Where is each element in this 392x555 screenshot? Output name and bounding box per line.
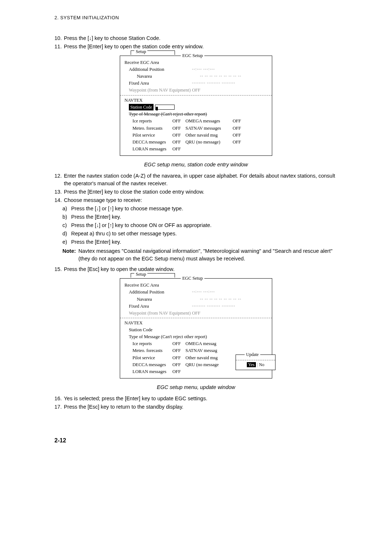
update-title: Update	[245, 352, 260, 358]
msg-meteo: Meteo. forecasts	[132, 347, 172, 354]
msg-decca: DECCA messages	[132, 361, 172, 368]
sub-text: Press the [Enter] key.	[71, 213, 338, 221]
msg-pilot: Pilot service	[132, 132, 172, 138]
note-text: Navtex messages "Coastal navigational in…	[78, 247, 338, 263]
label-navtex: NAVTEX	[124, 320, 143, 326]
msg-satnav-state: OFF	[233, 125, 247, 131]
step-14: 14. Choose message type to receive:	[54, 197, 338, 204]
sub-text: Repeat a) thru c) to set other message t…	[71, 230, 338, 238]
update-no[interactable]: No	[259, 362, 265, 367]
msg-ice: Ice reports	[132, 118, 172, 124]
label-waypoint: Waypoint (from NAV Equipment)	[124, 310, 192, 316]
step-list: 10. Press the [↓] key to choose Station …	[54, 35, 338, 411]
msg-decca-state: OFF	[172, 139, 185, 145]
value-fixed-area: -------- -------- --------	[192, 80, 235, 86]
step-16: 16. Yes is selected; press the [Enter] k…	[54, 395, 338, 402]
msg-satnav: SATNAV messages	[185, 125, 233, 131]
step-13: 13. Press the [Enter] key to close the s…	[54, 188, 338, 196]
station-code-label-selected[interactable]: Station Code	[129, 104, 154, 111]
step-number: 13.	[54, 188, 64, 196]
msg-loran: LORAN messages	[132, 368, 172, 375]
station-code-label: Station Code	[129, 327, 152, 333]
page-number: 2-12	[54, 436, 338, 445]
msg-meteo-state: OFF	[172, 347, 185, 354]
sub-label: a)	[62, 205, 71, 212]
msg-meteo: Meteo. forecasts	[132, 125, 172, 131]
sub-label: d)	[62, 230, 71, 238]
update-options: Yes | No	[239, 362, 272, 368]
step-text: Yes is selected; press the [Enter] key t…	[64, 395, 338, 402]
substep-d: d)Repeat a) thru c) to set other message…	[62, 230, 338, 238]
update-yes[interactable]: Yes	[247, 362, 256, 367]
label-navarea: Navarea	[124, 296, 200, 303]
msg-qru: QRU (no message)	[185, 139, 233, 145]
msg-decca-state: OFF	[172, 361, 185, 368]
msg-ice-state: OFF	[172, 340, 185, 347]
sub-text: Press the [Enter] key.	[71, 238, 338, 246]
step-10: 10. Press the [↓] key to choose Station …	[54, 35, 338, 42]
step-11: 11. Press the [Enter] key to open the st…	[54, 43, 338, 50]
msg-omega-state: OFF	[233, 118, 247, 124]
msg-ice: Ice reports	[132, 340, 172, 347]
msg-qru-state: OFF	[233, 139, 247, 145]
value-fixed-area: -------- -------- --------	[192, 303, 235, 309]
msg-loran: LORAN messages	[132, 146, 172, 152]
substep-b: b)Press the [Enter] key.	[62, 213, 338, 221]
label-fixed-area: Fixed Area	[124, 80, 192, 86]
label-type-of-message: Type of Message (Can't reject other repo…	[129, 111, 207, 117]
figure-caption-1: EGC setup menu, station code entry windo…	[54, 161, 338, 169]
msg-pilot: Pilot service	[132, 355, 172, 361]
separator	[236, 360, 275, 360]
sub-label: e)	[62, 238, 71, 246]
msg-ice-state: OFF	[172, 118, 185, 124]
setup-label: Setup	[134, 48, 147, 55]
station-code-entry-box[interactable]	[155, 105, 175, 110]
value-waypoint: OFF	[192, 87, 200, 93]
step-number: 16.	[54, 395, 64, 402]
step-text: Choose message type to receive:	[64, 197, 338, 204]
sub-text: Press the [↓] or [↑] key to choose ON or…	[71, 222, 338, 229]
msg-omega: OMEGA messages	[185, 118, 233, 124]
msg-loran-state: OFF	[172, 368, 185, 375]
msg-omega: OMEGA messag	[185, 340, 233, 347]
step-text: Press the [Enter] key to close the stati…	[64, 188, 338, 196]
step-number: 12.	[54, 172, 64, 187]
setup-label: Setup	[134, 271, 147, 278]
panel-title: EGC Setup	[181, 275, 204, 281]
label-fixed-area: Fixed Area	[124, 303, 192, 309]
step-15: 15. Press the [Esc] key to open the upda…	[54, 266, 338, 273]
figure-egc-station-code: Setup EGC Setup Receive EGC Area Additio…	[120, 56, 272, 156]
station-code-row: Station Code	[124, 104, 268, 111]
figure-caption-2: EGC setup menu, update window	[54, 384, 338, 391]
figure-egc-update: Setup EGC Setup Receive EGC Area Additio…	[120, 278, 272, 378]
msg-decca: DECCA messages	[132, 139, 172, 145]
step-number: 10.	[54, 35, 64, 42]
substep-a: a)Press the [↓] or [↑] key to choose mes…	[62, 205, 338, 212]
substep-c: c)Press the [↓] or [↑] key to choose ON …	[62, 222, 338, 229]
value-navarea: -- -- -- -- -- -- -- -- --	[200, 73, 241, 80]
label-navarea: Navarea	[124, 73, 200, 80]
step-number: 15.	[54, 266, 64, 273]
msg-other: Other navaid msg	[185, 132, 233, 138]
step-number: 11.	[54, 43, 64, 50]
value-waypoint: OFF	[192, 310, 200, 316]
sub-text: Press the [↓] or [↑] key to choose messa…	[71, 205, 338, 212]
value-navarea: -- -- -- -- -- -- -- -- --	[200, 296, 241, 303]
sub-label: c)	[62, 222, 71, 229]
panel-title: EGC Setup	[181, 52, 204, 59]
step-text: Press the [Enter] key to open the statio…	[64, 43, 338, 50]
value-additional-position: --:--- ---:---	[192, 66, 215, 73]
step-text: Press the [Esc] key to return to the sta…	[64, 403, 338, 411]
msg-qru: QRU (no message	[185, 361, 233, 368]
msg-pilot-state: OFF	[172, 132, 185, 138]
label-receive-egc: Receive EGC Area	[124, 59, 188, 66]
step-text: Press the [Esc] key to open the update w…	[64, 266, 338, 273]
substep-e: e)Press the [Enter] key.	[62, 238, 338, 246]
egc-panel: EGC Setup Receive EGC Area Additional Po…	[120, 278, 272, 378]
step-number: 17.	[54, 403, 64, 411]
step-number: 14.	[54, 197, 64, 204]
step-text: Enter the navtex station code (A-Z) of t…	[64, 172, 338, 187]
egc-panel: EGC Setup Receive EGC Area Additional Po…	[120, 56, 272, 156]
substep-list: a)Press the [↓] or [↑] key to choose mes…	[54, 205, 338, 246]
step-12: 12. Enter the navtex station code (A-Z) …	[54, 172, 338, 187]
